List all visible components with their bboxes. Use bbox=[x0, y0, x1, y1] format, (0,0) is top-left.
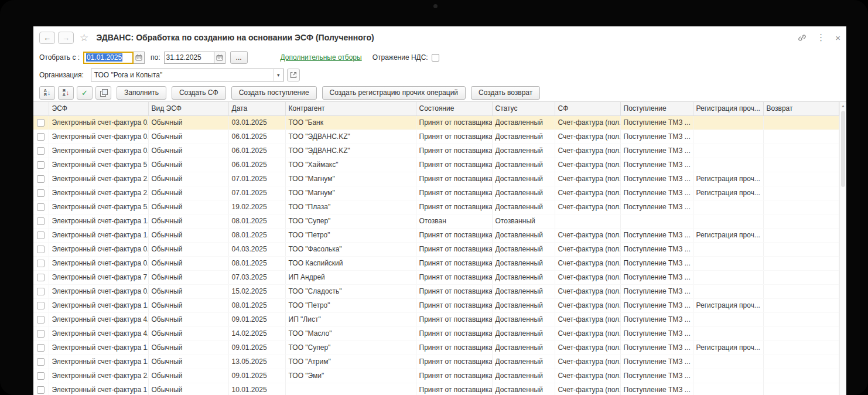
table-cell[interactable]: Электронный счет-фактура 7 ... bbox=[49, 270, 148, 284]
row-checkbox-cell[interactable] bbox=[33, 200, 49, 214]
table-cell[interactable]: Обычный bbox=[148, 369, 228, 383]
table-row[interactable]: Электронный счет-фактура 4...Обычный14.0… bbox=[33, 326, 839, 340]
create-return-button[interactable]: Создать возврат bbox=[471, 86, 540, 100]
table-cell[interactable]: Обычный bbox=[148, 115, 228, 130]
table-cell[interactable]: Счет-фактура (пол... bbox=[555, 256, 620, 270]
table-cell[interactable]: Поступление ТМЗ ... bbox=[620, 284, 693, 298]
table-cell[interactable]: ТОО "Магнум" bbox=[285, 186, 416, 200]
table-cell[interactable]: Электронный счет-фактура 1... bbox=[49, 340, 148, 355]
table-cell[interactable]: Принят от поставщика bbox=[416, 172, 492, 186]
column-header[interactable]: СФ bbox=[555, 102, 620, 115]
row-checkbox-cell[interactable] bbox=[33, 130, 49, 144]
table-cell[interactable]: Обычный bbox=[148, 130, 228, 144]
table-row[interactable]: Электронный счет-фактура 1...Обычный09.0… bbox=[33, 340, 839, 355]
table-cell[interactable]: Принят от поставщика bbox=[416, 340, 492, 355]
row-checkbox[interactable] bbox=[37, 386, 45, 394]
table-cell[interactable]: Обычный bbox=[148, 172, 228, 186]
table-cell[interactable] bbox=[763, 172, 839, 186]
row-checkbox-cell[interactable] bbox=[33, 284, 49, 298]
table-cell[interactable]: Счет-фактура (пол... bbox=[555, 298, 620, 312]
table-cell[interactable] bbox=[693, 130, 763, 144]
table-cell[interactable]: Поступление ТМЗ ... bbox=[620, 242, 693, 256]
chevron-down-icon[interactable]: ▾ bbox=[273, 69, 283, 81]
get-link-icon[interactable] bbox=[798, 33, 807, 42]
date-to-input[interactable]: 31.12.2025 bbox=[164, 52, 214, 64]
table-cell[interactable]: Обычный bbox=[148, 340, 228, 355]
table-cell[interactable]: ТОО "Плаза" bbox=[285, 200, 416, 214]
table-row[interactable]: Электронный счет-фактура 0...Обычный06.0… bbox=[33, 130, 839, 144]
table-cell[interactable]: Принят от поставщика bbox=[416, 242, 492, 256]
table-cell[interactable]: Счет-фактура (пол... bbox=[555, 383, 620, 395]
table-cell[interactable]: Принят от поставщика bbox=[416, 228, 492, 242]
table-cell[interactable]: Счет-фактура (пол... bbox=[555, 228, 620, 242]
table-cell[interactable]: ТОО "Атрим" bbox=[285, 355, 416, 369]
table-cell[interactable]: Доставленный bbox=[492, 326, 555, 340]
open-organization-button[interactable] bbox=[287, 69, 300, 81]
table-cell[interactable]: Принят от поставщика bbox=[416, 355, 492, 369]
table-cell[interactable]: Счет-фактура (пол... bbox=[555, 326, 620, 340]
table-cell[interactable]: Принят от поставщика bbox=[416, 144, 492, 158]
table-cell[interactable]: Счет-фактура (пол... bbox=[555, 242, 620, 256]
table-cell[interactable]: 08.01.2025 bbox=[228, 256, 285, 270]
row-checkbox-cell[interactable] bbox=[33, 298, 49, 312]
row-checkbox[interactable] bbox=[37, 217, 45, 225]
row-checkbox-cell[interactable] bbox=[33, 242, 49, 256]
table-cell[interactable]: Поступление ТМЗ ... bbox=[620, 340, 693, 355]
row-checkbox[interactable] bbox=[37, 147, 45, 155]
table-cell[interactable]: Счет-фактура (пол... bbox=[555, 355, 620, 369]
table-cell[interactable]: Отозванный bbox=[492, 214, 555, 228]
table-cell[interactable]: Принят от поставщика bbox=[416, 326, 492, 340]
close-icon[interactable]: × bbox=[835, 33, 840, 43]
table-cell[interactable]: ТОО "Петро" bbox=[285, 228, 416, 242]
table-cell[interactable]: 06.01.2025 bbox=[228, 130, 285, 144]
column-header[interactable]: Состояние bbox=[416, 102, 492, 115]
column-header[interactable]: ЭСФ bbox=[49, 102, 148, 115]
table-cell[interactable]: Счет-фактура (пол... bbox=[555, 115, 620, 130]
sort-descending-button[interactable]: ЯА ↓ bbox=[58, 86, 74, 100]
table-cell[interactable] bbox=[763, 383, 839, 395]
row-checkbox[interactable] bbox=[37, 175, 45, 183]
table-cell[interactable]: Счет-фактура (пол... bbox=[555, 312, 620, 326]
table-row[interactable]: Электронный счет-фактура 0...Обычный04.0… bbox=[33, 242, 839, 256]
copy-button[interactable] bbox=[95, 86, 111, 100]
period-options-button[interactable]: ... bbox=[230, 51, 248, 64]
date-from-input[interactable]: 01.01.2025 bbox=[83, 52, 134, 64]
table-cell[interactable]: 08.01.2025 bbox=[228, 214, 285, 228]
row-checkbox[interactable] bbox=[37, 133, 45, 141]
table-cell[interactable] bbox=[693, 242, 763, 256]
column-header[interactable]: Поступление bbox=[620, 102, 693, 115]
row-checkbox-cell[interactable] bbox=[33, 383, 49, 395]
table-cell[interactable]: Доставленный bbox=[492, 228, 555, 242]
vat-checkbox[interactable] bbox=[432, 54, 439, 62]
table-cell[interactable]: Поступление ТМЗ ... bbox=[620, 355, 693, 369]
table-cell[interactable]: Счет-фактура (пол... bbox=[555, 200, 620, 214]
column-header[interactable]: Статус bbox=[492, 102, 555, 115]
table-cell[interactable]: ТОО "Масло" bbox=[285, 326, 416, 340]
row-checkbox-cell[interactable] bbox=[33, 355, 49, 369]
table-cell[interactable]: 03.01.2025 bbox=[228, 115, 285, 130]
table-cell[interactable]: Поступление ТМЗ ... bbox=[620, 270, 693, 284]
scroll-up-icon[interactable]: ▲ bbox=[840, 104, 846, 108]
table-cell[interactable]: ТОО "ЭДВАНС.KZ" bbox=[285, 144, 416, 158]
table-cell[interactable]: 09.01.2025 bbox=[228, 340, 285, 355]
table-cell[interactable]: Электронный счет-фактура 1... bbox=[49, 228, 148, 242]
table-cell[interactable]: Принят от поставщика bbox=[416, 270, 492, 284]
table-cell[interactable]: Электронный счет-фактура 5... bbox=[49, 200, 148, 214]
table-cell[interactable]: Принят от поставщика bbox=[416, 158, 492, 172]
table-cell[interactable]: Доставленный bbox=[492, 369, 555, 383]
row-checkbox[interactable] bbox=[37, 161, 45, 169]
table-cell[interactable]: 04.03.2025 bbox=[228, 242, 285, 256]
table-cell[interactable]: Принят от поставщика bbox=[416, 369, 492, 383]
table-cell[interactable]: Принят от поставщика bbox=[416, 383, 492, 395]
table-cell[interactable]: 07.01.2025 bbox=[228, 186, 285, 200]
table-cell[interactable]: ИП Андрей bbox=[285, 270, 416, 284]
table-cell[interactable]: Поступление ТМЗ ... bbox=[620, 312, 693, 326]
table-cell[interactable]: 19.02.2025 bbox=[228, 200, 285, 214]
table-row[interactable]: Электронный счет-фактура 1...Обычный13.0… bbox=[33, 355, 839, 369]
back-button[interactable]: ← bbox=[39, 32, 55, 44]
table-cell[interactable]: ТОО "Сладость" bbox=[285, 284, 416, 298]
table-cell[interactable]: Электронный счет-фактура 4... bbox=[49, 326, 148, 340]
table-cell[interactable]: 09.01.2025 bbox=[228, 312, 285, 326]
row-checkbox-cell[interactable] bbox=[33, 312, 49, 326]
more-menu-icon[interactable]: ⋮ bbox=[816, 32, 825, 43]
